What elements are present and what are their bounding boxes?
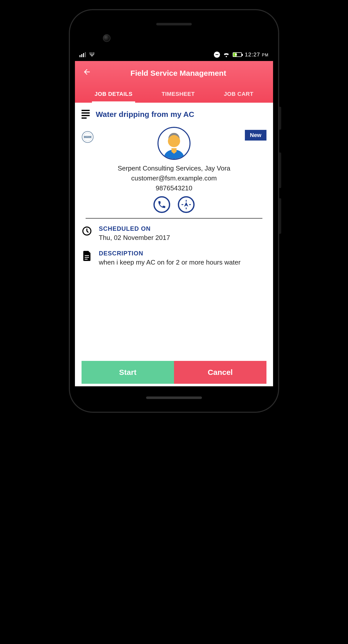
scheduled-row: SCHEDULED ON Thu, 02 November 2017 [82,225,266,242]
start-button[interactable]: Start [82,361,174,384]
phone-frame: Ψ − 12:27 PM [70,10,278,412]
tabs: JOB DETAILS TIMESHEET JOB CART [80,87,268,103]
battery-icon [233,52,242,57]
avatar [157,127,191,160]
usb-icon: Ψ [89,51,94,58]
call-button[interactable] [153,196,170,213]
scheduled-label: SCHEDULED ON [99,225,170,232]
customer-block: EXPRESS New Serpent Consulting [82,125,266,218]
status-badge: New [245,130,266,141]
dnd-icon: − [214,52,220,58]
tab-timesheet[interactable]: TIMESHEET [159,87,197,103]
document-icon [82,250,92,261]
phone-side-button [279,198,281,234]
footer-buttons: Start Cancel [82,361,266,384]
back-button[interactable] [80,67,94,80]
description-row: DESCRIPTION when i keep my AC on for 2 o… [82,250,266,267]
status-time: 12:27 PM [245,51,268,58]
divider [86,218,262,219]
screen: Ψ − 12:27 PM [75,48,273,386]
customer-phone: 9876543210 [82,184,266,192]
navigate-button[interactable] [178,196,195,213]
signal-icon [80,52,86,57]
customer-name: Serpent Consulting Services, Jay Vora [82,164,266,172]
description-value: when i keep my AC on for 2 or more hours… [99,258,241,267]
menu-icon[interactable] [82,110,90,119]
svg-text:EXPRESS: EXPRESS [85,136,91,138]
status-right: − 12:27 PM [214,51,268,58]
phone-camera [103,34,110,42]
cancel-button[interactable]: Cancel [174,361,266,384]
tab-job-details[interactable]: JOB DETAILS [92,87,135,103]
status-left: Ψ [80,51,94,58]
app-header: Field Service Management JOB DETAILS TIM… [75,61,273,103]
phone-speaker-bottom [146,396,202,399]
phone-side-button [279,107,281,130]
phone-side-button [279,152,281,188]
job-title: Water dripping from my AC [96,110,194,119]
content: Water dripping from my AC EXPRESS New [75,103,273,386]
customer-email: customer@fsm.example.com [82,174,266,182]
scheduled-value: Thu, 02 November 2017 [99,233,170,242]
tab-job-cart[interactable]: JOB CART [221,87,256,103]
wifi-icon [223,52,230,57]
page-title: Field Service Management [101,69,268,78]
description-label: DESCRIPTION [99,250,241,257]
phone-speaker-top [156,23,192,25]
clock-icon [82,225,92,236]
phone-inner: Ψ − 12:27 PM [75,15,273,407]
express-badge-icon: EXPRESS [82,131,94,143]
status-bar: Ψ − 12:27 PM [75,48,273,61]
